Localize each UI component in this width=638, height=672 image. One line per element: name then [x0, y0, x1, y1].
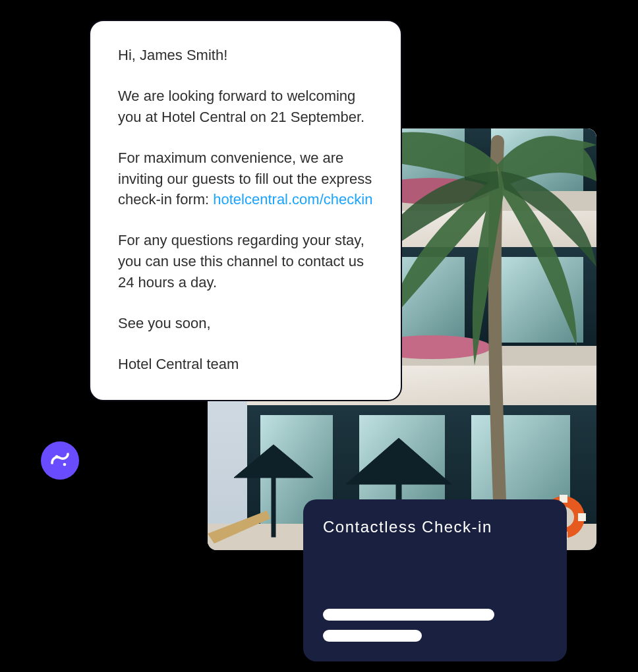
message-invite: For maximum convenience, we are inviting… [118, 148, 373, 211]
svg-point-30 [55, 455, 59, 459]
message-closing: See you soon, [118, 313, 373, 334]
checkin-card: Contactless Check-in [303, 499, 567, 661]
checkin-link[interactable]: hotelcentral.com/checkin [213, 191, 372, 208]
svg-rect-22 [272, 478, 276, 537]
message-card: Hi, James Smith! We are looking forward … [89, 20, 402, 401]
checkin-placeholder-lines [323, 609, 547, 642]
message-support: For any questions regarding your stay, y… [118, 230, 373, 293]
checkin-title: Contactless Check-in [323, 518, 547, 536]
svg-point-31 [63, 463, 67, 466]
placeholder-bar [323, 609, 494, 621]
brand-logo-icon [41, 441, 79, 480]
message-signature: Hotel Central team [118, 354, 373, 375]
message-welcome: We are looking forward to welcoming you … [118, 86, 373, 128]
svg-rect-29 [578, 513, 586, 521]
placeholder-bar [323, 630, 422, 642]
message-greeting: Hi, James Smith! [118, 45, 373, 66]
